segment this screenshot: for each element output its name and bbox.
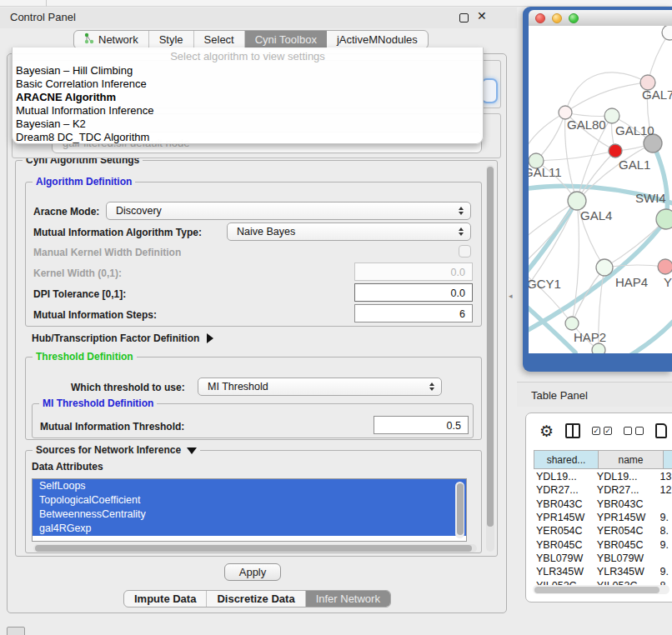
- data-attribute-item[interactable]: BetweennessCentrality: [33, 508, 466, 522]
- tab-label: Discretize Data: [217, 592, 294, 605]
- updown-arrows-icon: [459, 207, 464, 215]
- tab-label: Style: [159, 33, 183, 46]
- table-row[interactable]: YER054CYER054C8.: [534, 524, 672, 538]
- apply-button[interactable]: Apply: [224, 563, 281, 581]
- manual-kernel-checkbox[interactable]: [459, 245, 471, 258]
- deselect-all-checkboxes-icon[interactable]: [624, 427, 644, 435]
- algorithm-option[interactable]: Bayesian – Hill Climbing: [13, 64, 483, 78]
- table-cell: 13: [660, 471, 672, 482]
- network-edge-highlight[interactable]: [605, 319, 672, 353]
- table-row[interactable]: YDR27...YDR27...12: [534, 483, 672, 497]
- document-icon[interactable]: [655, 423, 667, 438]
- algorithm-option[interactable]: Basic Correlation Inference: [13, 78, 483, 91]
- network-edge[interactable]: [648, 32, 669, 82]
- data-attribute-item[interactable]: SelfLoops: [33, 479, 466, 493]
- splitpane-arrow-icon[interactable]: ◂: [509, 292, 513, 300]
- attr-list-hscrollbar-thumb[interactable]: [35, 545, 472, 552]
- network-edge[interactable]: [536, 112, 565, 161]
- network-node-salmon[interactable]: [658, 259, 672, 274]
- close-traffic-light[interactable]: [535, 13, 545, 23]
- mi-type-combobox[interactable]: Naive Bayes: [227, 222, 471, 241]
- tab-network[interactable]: Network: [74, 31, 149, 48]
- mi-threshold-field[interactable]: 0.5: [374, 416, 469, 434]
- float-panel-icon[interactable]: [459, 13, 469, 22]
- column-layout-icon[interactable]: [565, 423, 580, 438]
- table-row[interactable]: YBR043CYBR043C: [534, 498, 672, 511]
- kernel-width-field[interactable]: 0.0: [354, 262, 473, 281]
- network-node-gal1[interactable]: [609, 144, 622, 158]
- combobox-value: MI Threshold: [208, 381, 268, 392]
- network-node-gal10[interactable]: [604, 108, 619, 123]
- tab-discretize-data[interactable]: Discretize Data: [207, 591, 305, 607]
- manual-kernel-label: Manual Kernel Width Definition: [33, 247, 181, 258]
- network-view-window[interactable]: GAL7GAL80GAL10GAL1GAL11GAL4SWI4HAP4YGCY1…: [523, 7, 672, 372]
- network-node-gal4[interactable]: [568, 192, 586, 210]
- table-row[interactable]: YDL19...YDL19...13: [534, 470, 672, 483]
- network-node-hap4[interactable]: [596, 259, 613, 276]
- table-row[interactable]: YBR045CYBR045C9.: [534, 538, 672, 551]
- algorithm-option[interactable]: Bayesian – K2: [13, 118, 483, 131]
- select-all-checkboxes-icon[interactable]: ✓ ✓: [592, 427, 612, 435]
- close-icon[interactable]: ✕: [477, 9, 487, 22]
- expand-arrow-icon: [207, 333, 213, 343]
- network-graph[interactable]: GAL7GAL80GAL10GAL1GAL11GAL4SWI4HAP4YGCY1…: [529, 26, 672, 353]
- network-window-titlebar[interactable]: [529, 10, 672, 26]
- table-cell: 12: [660, 484, 672, 496]
- network-edge[interactable]: [604, 265, 665, 268]
- hub-definition-toggle[interactable]: Hub/Transcription Factor Definition: [32, 332, 213, 344]
- table-column-header[interactable]: shared...: [534, 450, 599, 469]
- table-cell: 9.: [660, 539, 672, 551]
- focused-button[interactable]: [481, 78, 498, 103]
- table-hscrollbar-thumb[interactable]: [534, 587, 659, 593]
- network-edge[interactable]: [536, 151, 615, 161]
- table-row[interactable]: YLR345WYLR345W9.: [534, 565, 672, 578]
- table-cell: YDL19...: [534, 471, 595, 482]
- minimized-panel-icon[interactable]: [7, 627, 25, 635]
- mi-steps-field[interactable]: 6: [354, 304, 473, 322]
- table-row[interactable]: YPR145WYPR145W9.: [534, 511, 672, 524]
- aracne-mode-combobox[interactable]: Discovery: [106, 202, 471, 220]
- gear-icon[interactable]: ⚙: [539, 423, 554, 439]
- group-title: Threshold Definition: [33, 351, 137, 362]
- algorithm-option[interactable]: ARACNE Algorithm: [13, 91, 483, 104]
- tab-cyni-toolbox[interactable]: Cyni Toolbox: [245, 31, 327, 48]
- network-edge-highlight[interactable]: [653, 143, 668, 219]
- zoom-traffic-light[interactable]: [569, 13, 579, 23]
- data-attribute-item[interactable]: gal4RGexp: [33, 522, 466, 536]
- network-edge[interactable]: [565, 72, 648, 112]
- network-node-edge_top[interactable]: [662, 26, 672, 40]
- tab-style[interactable]: Style: [149, 31, 194, 48]
- minimize-traffic-light[interactable]: [552, 13, 562, 23]
- tab-jactivemnodules[interactable]: jActiveMNodules: [327, 31, 428, 48]
- network-node-hap2[interactable]: [565, 317, 579, 330]
- data-attribute-item[interactable]: TopologicalCoefficient: [33, 493, 466, 508]
- network-node-label: GAL1: [619, 158, 650, 172]
- settings-scrollbar-thumb[interactable]: [487, 167, 494, 527]
- table-column-header[interactable]: A: [664, 450, 672, 469]
- updown-arrows-icon: [459, 228, 464, 236]
- sources-title[interactable]: Sources for Network Inference: [33, 444, 200, 456]
- network-canvas[interactable]: GAL7GAL80GAL10GAL1GAL11GAL4SWI4HAP4YGCY1…: [529, 26, 672, 353]
- tab-infer-network[interactable]: Infer Network: [306, 591, 390, 607]
- tab-select[interactable]: Select: [194, 31, 245, 48]
- algorithm-option[interactable]: Dream8 DC_TDC Algorithm: [13, 131, 483, 144]
- network-edge-highlight[interactable]: [529, 201, 577, 281]
- network-node-bottom_n[interactable]: [592, 343, 605, 353]
- table-row[interactable]: YBL079WYBL079W: [534, 552, 672, 565]
- table-column-header[interactable]: name: [599, 450, 664, 469]
- network-node-swi4[interactable]: [656, 209, 672, 229]
- data-attributes-list[interactable]: SelfLoopsTopologicalCoefficientBetweenne…: [32, 478, 467, 542]
- tab-label: jActiveMNodules: [337, 33, 418, 46]
- dpi-tolerance-field[interactable]: 0.0: [354, 283, 473, 302]
- algorithm-dropdown-list: Select algorithm to view settings Bayesi…: [12, 48, 484, 144]
- network-edge[interactable]: [565, 82, 648, 112]
- algorithm-option[interactable]: Mutual Information Inference: [13, 104, 483, 118]
- network-edge[interactable]: [604, 219, 666, 268]
- tab-impute-data[interactable]: Impute Data: [124, 591, 207, 607]
- attr-list-scrollbar-thumb[interactable]: [457, 483, 464, 535]
- network-edge[interactable]: [572, 268, 604, 323]
- table-panel-title: Table Panel: [531, 389, 588, 402]
- which-threshold-combobox[interactable]: MI Threshold: [198, 378, 442, 396]
- screen: Control Panel ✕ Network Style Select Cyn…: [0, 0, 672, 635]
- network-node-label: GAL7: [642, 88, 672, 102]
